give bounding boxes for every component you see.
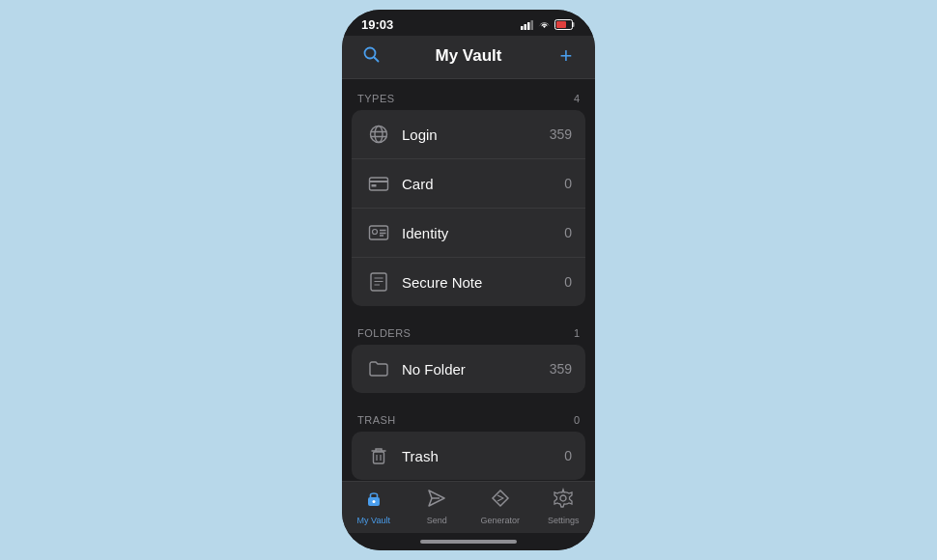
tab-generator[interactable]: Generator: [468, 488, 532, 525]
svg-point-29: [372, 500, 375, 503]
svg-rect-3: [531, 20, 534, 30]
send-icon: [426, 488, 447, 514]
identity-label: Identity: [402, 225, 564, 241]
svg-rect-15: [372, 184, 377, 187]
types-section-header: TYPES 4: [342, 79, 595, 110]
svg-rect-1: [525, 24, 527, 30]
svg-rect-13: [370, 178, 388, 190]
tab-bar: My Vault Send Generator: [342, 481, 595, 533]
status-time: 19:03: [361, 17, 393, 32]
content-area: TYPES 4 Login 359: [342, 79, 595, 481]
trash-item-label: Trash: [402, 448, 564, 464]
status-icons: [521, 19, 576, 30]
svg-rect-25: [374, 452, 384, 463]
svg-point-10: [375, 126, 383, 143]
identity-icon: [365, 219, 392, 246]
note-icon: [365, 268, 392, 295]
phone-container: 19:03: [342, 10, 595, 550]
wifi-icon: [538, 20, 551, 30]
home-bar: [420, 540, 517, 544]
search-button[interactable]: [357, 45, 384, 68]
trash-label: TRASH: [357, 414, 396, 426]
login-label: Login: [402, 126, 550, 143]
svg-line-8: [375, 57, 379, 61]
signal-icon: [521, 20, 534, 30]
tab-send[interactable]: Send: [406, 488, 469, 525]
no-folder-count: 359: [550, 361, 572, 377]
no-folder-item[interactable]: No Folder 359: [352, 345, 585, 393]
types-label: TYPES: [357, 93, 395, 104]
identity-item[interactable]: Identity 0: [352, 209, 585, 258]
card-item[interactable]: Card 0: [352, 159, 585, 209]
tab-my-vault-label: My Vault: [357, 516, 390, 525]
lock-icon: [363, 488, 384, 514]
battery-icon: [554, 19, 576, 30]
no-folder-label: No Folder: [402, 361, 550, 378]
identity-count: 0: [564, 225, 572, 240]
types-list: Login 359 Card 0: [352, 110, 585, 306]
secure-note-label: Secure Note: [402, 274, 564, 291]
svg-point-7: [365, 47, 376, 58]
svg-rect-0: [521, 26, 524, 30]
card-icon: [365, 170, 392, 197]
tab-my-vault[interactable]: My Vault: [342, 488, 406, 525]
tab-settings[interactable]: Settings: [532, 488, 596, 525]
card-count: 0: [564, 176, 572, 191]
tab-generator-label: Generator: [480, 516, 520, 525]
tab-send-label: Send: [427, 516, 447, 525]
header-title: My Vault: [384, 46, 553, 66]
header: My Vault +: [342, 36, 595, 79]
trash-icon: [365, 442, 392, 469]
secure-note-count: 0: [564, 274, 572, 290]
add-button[interactable]: +: [553, 43, 580, 69]
trash-item[interactable]: Trash 0: [352, 432, 585, 480]
folders-list: No Folder 359: [352, 345, 585, 393]
svg-rect-6: [556, 21, 566, 28]
settings-icon: [553, 488, 574, 514]
trash-list: Trash 0: [352, 432, 585, 480]
trash-section-header: TRASH 0: [342, 401, 595, 432]
generator-icon: [490, 488, 511, 514]
svg-rect-2: [527, 22, 530, 30]
status-bar: 19:03: [342, 10, 595, 36]
svg-point-32: [560, 495, 566, 501]
folders-section-header: FOLDERS 1: [342, 314, 595, 345]
folders-label: FOLDERS: [357, 327, 411, 339]
tab-settings-label: Settings: [548, 516, 580, 525]
folders-count: 1: [574, 327, 580, 339]
types-count: 4: [574, 93, 580, 104]
card-label: Card: [402, 176, 564, 192]
trash-count: 0: [574, 414, 580, 426]
secure-note-item[interactable]: Secure Note 0: [352, 258, 585, 306]
login-count: 359: [550, 126, 572, 142]
trash-item-count: 0: [564, 448, 572, 463]
svg-point-17: [373, 230, 378, 235]
svg-point-9: [371, 126, 387, 143]
globe-icon: [365, 121, 392, 148]
svg-rect-5: [573, 22, 575, 27]
login-item[interactable]: Login 359: [352, 110, 585, 159]
folder-icon: [365, 355, 392, 382]
home-indicator: [342, 533, 595, 550]
